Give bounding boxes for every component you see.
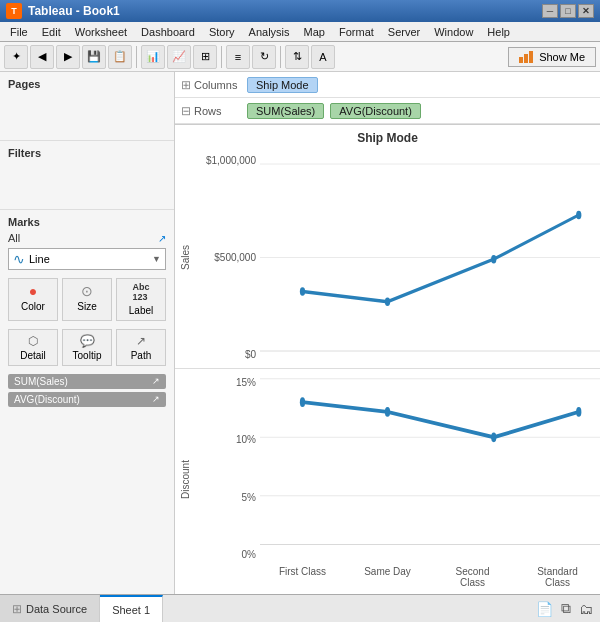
close-button[interactable]: ✕	[578, 4, 594, 18]
menu-server[interactable]: Server	[382, 24, 426, 40]
color-icon: ●	[29, 283, 37, 299]
pages-content	[8, 94, 166, 134]
sales-y-axis-title: Sales	[180, 245, 191, 270]
avg-discount-pill[interactable]: AVG(Discount) ↗	[8, 392, 166, 407]
minimize-button[interactable]: ─	[542, 4, 558, 18]
detail-icon: ⬡	[28, 334, 38, 348]
marks-detail-btn[interactable]: ⬡ Detail	[8, 329, 58, 366]
main-content: Pages Filters Marks All ↗ ∿ Line ▼ ● C	[0, 72, 600, 594]
menu-format[interactable]: Format	[333, 24, 380, 40]
discount-chart-svg	[260, 369, 600, 564]
data-source-label: Data Source	[26, 603, 87, 615]
shelf-area: ⊞ Columns Ship Mode ⊟ Rows SUM(Sales) AV…	[175, 72, 600, 125]
filters-title: Filters	[8, 147, 166, 159]
toolbar-sort-btn[interactable]: ⇅	[285, 45, 309, 69]
marks-label-label: Label	[129, 305, 153, 316]
menu-window[interactable]: Window	[428, 24, 479, 40]
toolbar-chart1-btn[interactable]: 📊	[141, 45, 165, 69]
title-bar: T Tableau - Book1 ─ □ ✕	[0, 0, 600, 22]
menu-help[interactable]: Help	[481, 24, 516, 40]
sales-y-labels: $1,000,000 $500,000 $0	[195, 147, 260, 368]
toolbar-forward-btn[interactable]: ▶	[56, 45, 80, 69]
toolbar-chart2-btn[interactable]: 📈	[167, 45, 191, 69]
marks-color-label: Color	[21, 301, 45, 312]
duplicate-sheet-btn[interactable]: ⧉	[558, 600, 574, 617]
svg-point-4	[385, 297, 390, 306]
marks-title: Marks	[8, 216, 166, 228]
toolbar-copy-btn[interactable]: 📋	[108, 45, 132, 69]
menu-map[interactable]: Map	[298, 24, 331, 40]
menu-edit[interactable]: Edit	[36, 24, 67, 40]
new-sheet-btn[interactable]: 📄	[533, 601, 556, 617]
marks-type-label: Line	[29, 253, 50, 265]
menu-story[interactable]: Story	[203, 24, 241, 40]
new-dashboard-btn[interactable]: 🗂	[576, 601, 596, 617]
menu-dashboard[interactable]: Dashboard	[135, 24, 201, 40]
rows-shelf: ⊟ Rows SUM(Sales) AVG(Discount)	[175, 98, 600, 124]
toolbar-filter-btn[interactable]: ≡	[226, 45, 250, 69]
app-icon: T	[6, 3, 22, 19]
discount-y-axis-title: Discount	[180, 460, 191, 499]
pages-title: Pages	[8, 78, 166, 90]
toolbar-chart3-btn[interactable]: ⊞	[193, 45, 217, 69]
sales-chart-svg-container	[260, 147, 600, 368]
sheet1-tab[interactable]: Sheet 1	[100, 595, 163, 622]
show-me-button[interactable]: Show Me	[508, 47, 596, 67]
menu-bar: File Edit Worksheet Dashboard Story Anal…	[0, 22, 600, 42]
line-icon: ∿	[13, 251, 25, 267]
window-title: Tableau - Book1	[28, 4, 120, 18]
x-label-second-class: SecondClass	[430, 566, 515, 588]
avg-discount-label: AVG(Discount)	[14, 394, 80, 405]
marks-buttons-row2: ⬡ Detail 💬 Tooltip ↗ Path	[8, 329, 166, 366]
avg-discount-chevron: ↗	[152, 394, 160, 404]
path-icon: ↗	[136, 334, 146, 348]
marks-label-btn[interactable]: Abc123 Label	[116, 278, 166, 321]
toolbar-sep2	[221, 46, 222, 68]
sum-sales-label: SUM(Sales)	[14, 376, 68, 387]
ship-mode-pill[interactable]: Ship Mode	[247, 77, 318, 93]
sum-sales-shelf-pill[interactable]: SUM(Sales)	[247, 103, 324, 119]
toolbar-save-btn[interactable]: 💾	[82, 45, 106, 69]
marks-size-btn[interactable]: ⊙ Size	[62, 278, 112, 321]
marks-size-label: Size	[77, 301, 96, 312]
toolbar-label-btn[interactable]: A	[311, 45, 335, 69]
svg-point-12	[385, 407, 390, 417]
x-label-standard-class: StandardClass	[515, 566, 600, 588]
marks-tooltip-btn[interactable]: 💬 Tooltip	[62, 329, 112, 366]
show-me-icon	[519, 51, 535, 63]
bottom-actions: 📄 ⧉ 🗂	[529, 595, 600, 622]
maximize-button[interactable]: □	[560, 4, 576, 18]
menu-file[interactable]: File	[4, 24, 34, 40]
columns-label: ⊞ Columns	[181, 78, 241, 92]
tooltip-icon: 💬	[80, 334, 95, 348]
charts-container: Sales $1,000,000 $500,000 $0	[175, 147, 600, 590]
marks-buttons-grid: ● Color ⊙ Size Abc123 Label	[8, 278, 166, 321]
menu-worksheet[interactable]: Worksheet	[69, 24, 133, 40]
marks-color-btn[interactable]: ● Color	[8, 278, 58, 321]
show-me-label: Show Me	[539, 51, 585, 63]
discount-chart: Discount 15% 10% 5% 0%	[175, 369, 600, 590]
marks-path-label: Path	[131, 350, 152, 361]
viz-title: Ship Mode	[175, 125, 600, 147]
toolbar-new-btn[interactable]: ✦	[4, 45, 28, 69]
sales-chart: Sales $1,000,000 $500,000 $0	[175, 147, 600, 369]
marks-type-dropdown[interactable]: ∿ Line ▼	[8, 248, 166, 270]
viz-area: Ship Mode Sales $1,000,000 $500,000 $0	[175, 125, 600, 594]
title-bar-controls[interactable]: ─ □ ✕	[542, 4, 594, 18]
data-source-tab[interactable]: ⊞ Data Source	[0, 595, 100, 622]
marks-detail-label: Detail	[20, 350, 46, 361]
toolbar-back-btn[interactable]: ◀	[30, 45, 54, 69]
toolbar-refresh-btn[interactable]: ↻	[252, 45, 276, 69]
sum-sales-pill[interactable]: SUM(Sales) ↗	[8, 374, 166, 389]
discount-chart-right: First Class Same Day SecondClass Standar…	[260, 369, 600, 590]
avg-discount-shelf-pill[interactable]: AVG(Discount)	[330, 103, 421, 119]
menu-analysis[interactable]: Analysis	[243, 24, 296, 40]
size-icon: ⊙	[81, 283, 93, 299]
marks-path-btn[interactable]: ↗ Path	[116, 329, 166, 366]
svg-point-13	[491, 432, 496, 442]
label-icon: Abc123	[132, 283, 149, 303]
sum-sales-chevron: ↗	[152, 376, 160, 386]
svg-point-5	[491, 255, 496, 264]
toolbar-sep3	[280, 46, 281, 68]
title-bar-left: T Tableau - Book1	[6, 3, 120, 19]
